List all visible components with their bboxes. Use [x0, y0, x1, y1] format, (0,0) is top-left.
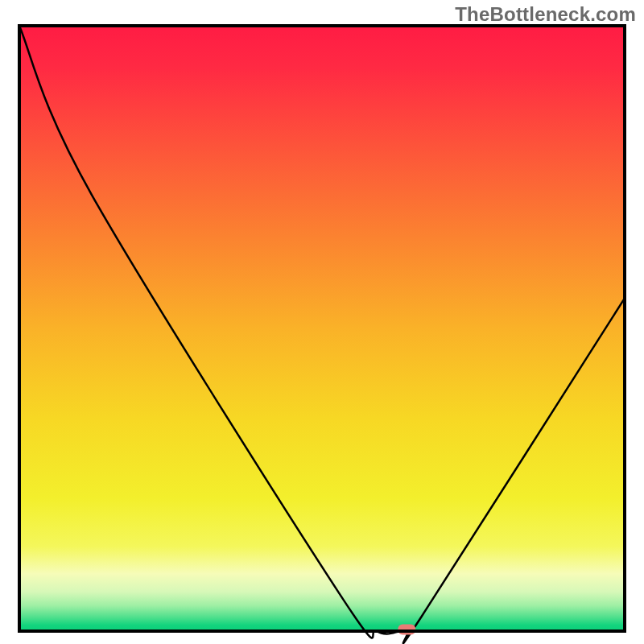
watermark-text: TheBottleneck.com — [455, 3, 636, 26]
bottleneck-chart — [0, 0, 644, 644]
plot-background — [19, 26, 625, 631]
chart-container: TheBottleneck.com — [0, 0, 644, 644]
